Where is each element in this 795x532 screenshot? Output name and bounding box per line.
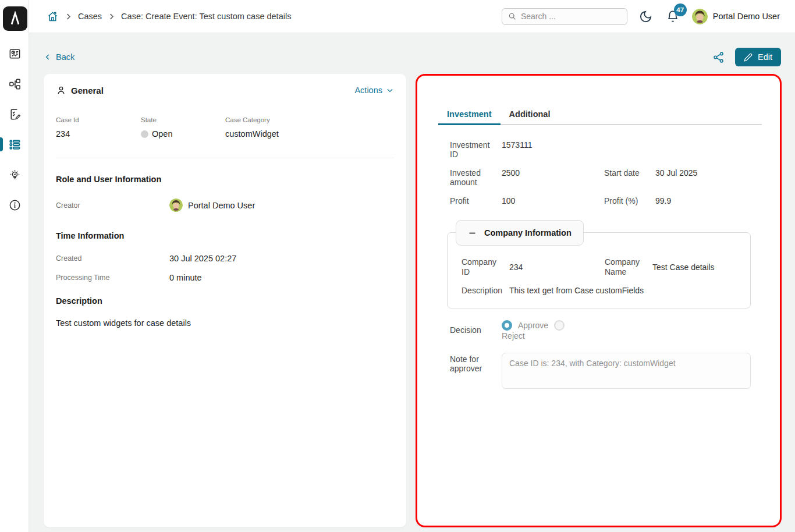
creator-label: Creator <box>56 201 169 210</box>
notification-count-badge: 47 <box>674 3 687 16</box>
topbar-actions: 47 Portal Demo User <box>502 8 780 25</box>
company-description-value: This text get from Case customFields <box>509 286 736 295</box>
case-category-label: Case Category <box>225 116 394 123</box>
cases-icon <box>8 138 22 151</box>
time-section-heading: Time Information <box>56 231 394 240</box>
search-input[interactable] <box>521 12 621 21</box>
person-icon <box>56 85 66 95</box>
breadcrumb: Cases Case: Create Event: Test custom ca… <box>47 10 291 23</box>
invested-amount-label: Invested amount <box>450 168 502 187</box>
note-row: Note for approver <box>450 353 751 389</box>
breadcrumb-current: Case: Create Event: Test custom case det… <box>121 12 291 21</box>
divider <box>56 158 394 158</box>
company-information-legend[interactable]: Company Information <box>456 220 584 246</box>
case-id-value: 234 <box>56 129 141 139</box>
sidebar-item-cases[interactable] <box>0 129 29 159</box>
topbar: Cases Case: Create Event: Test custom ca… <box>29 0 795 33</box>
main-content: Back Edit <box>29 33 795 532</box>
description-heading: Description <box>56 296 394 306</box>
decision-radio-group: Approve Reject <box>502 320 578 341</box>
company-name-label: Company Name <box>605 257 652 276</box>
tab-additional[interactable]: Additional <box>501 106 559 125</box>
processing-time-value: 0 minute <box>169 273 394 282</box>
created-row: Created 30 Jul 2025 02:27 <box>56 254 394 263</box>
note-label: Note for approver <box>450 353 502 373</box>
tab-investment[interactable]: Investment <box>438 106 501 125</box>
company-name-value: Test Case details <box>652 263 736 272</box>
role-section-heading: Role and User Information <box>56 175 394 184</box>
sidebar-item-dashboard[interactable] <box>0 38 29 69</box>
profit-percent-label: Profit (%) <box>604 196 655 205</box>
processing-time-label: Processing Time <box>56 274 169 282</box>
pencil-icon <box>744 53 753 62</box>
user-menu[interactable]: Portal Demo User <box>692 9 780 24</box>
info-icon <box>8 198 22 212</box>
sidebar-item-processes[interactable] <box>0 69 29 99</box>
investment-id-label: Investment ID <box>450 140 502 159</box>
details-tabs: Investment Additional <box>438 106 762 125</box>
creator-row: Creator Portal Demo User <box>56 198 394 212</box>
sidebar-item-tasks[interactable] <box>0 99 29 129</box>
company-id-value: 234 <box>509 263 605 272</box>
company-id-label: Company ID <box>462 257 509 276</box>
description-text: Test custom widgets for case details <box>56 318 394 328</box>
user-name: Portal Demo User <box>713 12 780 21</box>
chevron-right-icon <box>107 12 116 21</box>
profit-label: Profit <box>450 196 502 205</box>
sidebar-item-info[interactable] <box>0 190 29 220</box>
created-label: Created <box>56 254 169 263</box>
state-value: Open <box>141 129 225 139</box>
profit-value: 100 <box>502 196 604 205</box>
page-toolbar: Back Edit <box>44 48 781 66</box>
case-summary-fields: Case Id 234 State Open Case Category cus… <box>56 116 394 139</box>
company-description-label: Description <box>462 286 509 295</box>
global-search <box>502 8 627 25</box>
chevron-left-icon <box>44 53 52 61</box>
sidebar <box>0 0 29 532</box>
case-category-value: customWidget <box>225 129 394 139</box>
chevron-right-icon <box>64 12 73 21</box>
radio-approve[interactable] <box>502 320 512 331</box>
general-card: General Actions Case Id 234 State Open <box>44 74 406 527</box>
case-id-label: Case Id <box>56 116 141 123</box>
start-date-value: 30 Jul 2025 <box>655 168 751 187</box>
custom-widget-card: Investment Additional Investment ID 1573… <box>416 74 782 527</box>
user-avatar <box>692 9 708 24</box>
profit-percent-value: 99.9 <box>655 196 751 205</box>
search-icon <box>508 12 516 21</box>
share-icon <box>712 51 725 63</box>
investment-panel: Investment ID 1573111 Invested amount 25… <box>417 125 780 389</box>
dashboard-icon <box>8 47 22 61</box>
note-for-approver-textarea[interactable] <box>502 353 751 389</box>
radio-reject[interactable] <box>554 320 565 331</box>
breadcrumb-cases-link[interactable]: Cases <box>78 12 102 21</box>
moon-icon <box>639 10 652 23</box>
start-date-label: Start date <box>604 168 655 187</box>
app-logo[interactable] <box>3 6 27 31</box>
chevron-down-icon <box>386 86 394 94</box>
creator-avatar <box>169 198 183 212</box>
state-label: State <box>141 116 225 123</box>
general-card-title: General <box>71 86 104 95</box>
radio-reject-label[interactable]: Reject <box>502 331 525 341</box>
back-button[interactable]: Back <box>44 52 74 62</box>
invested-amount-value: 2500 <box>502 168 604 187</box>
decision-row: Decision Approve Reject <box>450 320 751 341</box>
home-icon[interactable] <box>47 10 59 23</box>
decision-label: Decision <box>450 325 502 335</box>
radio-approve-label[interactable]: Approve <box>518 321 548 330</box>
axon-ivy-logo-icon <box>8 11 23 26</box>
lightbulb-icon <box>8 168 22 182</box>
tasks-icon <box>8 108 22 121</box>
collapse-minus-icon <box>468 229 477 237</box>
actions-dropdown[interactable]: Actions <box>354 86 394 95</box>
notifications-button[interactable]: 47 <box>666 10 679 23</box>
sidebar-item-help[interactable] <box>0 159 29 190</box>
share-button[interactable] <box>712 51 725 63</box>
processes-icon <box>8 77 22 91</box>
investment-id-value: 1573111 <box>502 140 604 159</box>
company-information-fieldset: Company Information Company ID 234 Compa… <box>447 232 751 308</box>
state-dot-icon <box>141 130 148 138</box>
edit-button[interactable]: Edit <box>735 48 781 66</box>
dark-mode-toggle[interactable] <box>639 10 652 23</box>
